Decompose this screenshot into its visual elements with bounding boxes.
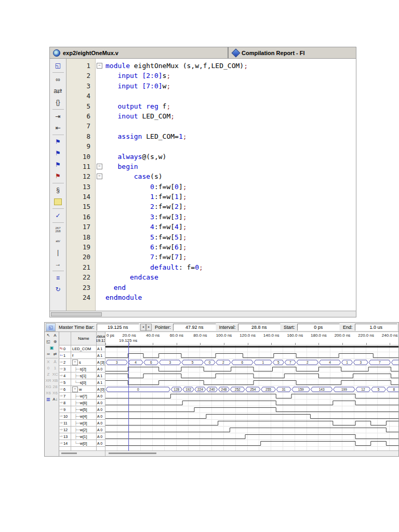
signal-wave-cell[interactable]	[105, 400, 398, 406]
signal-value-cell[interactable]: A 0	[97, 427, 105, 433]
signal-value-cell[interactable]: A 0	[97, 420, 105, 427]
code-line[interactable]: module eightOneMux (s,w,f,LED_COM);	[105, 61, 356, 71]
master-time-bar-value[interactable]: 19.125 ns	[97, 324, 139, 331]
signal-name-cell[interactable]: └─w[0]	[71, 440, 97, 447]
code-line[interactable]: 2:f=w[2];	[105, 202, 356, 211]
code-line[interactable]: default: f=0;	[105, 262, 356, 272]
invert-icon[interactable]: Ā	[52, 359, 58, 365]
replace-icon[interactable]: a⇄	[52, 85, 64, 97]
new-window-icon[interactable]: ◱	[52, 60, 64, 71]
signal-name-cell[interactable]: ├─s[2]	[71, 366, 97, 373]
code-line[interactable]	[105, 121, 356, 131]
fold-marker[interactable]: −	[97, 164, 102, 169]
code-line[interactable]	[105, 141, 356, 151]
signal-id-cell[interactable]: ⇨6	[59, 386, 71, 393]
sort-icon[interactable]: A↓	[52, 396, 58, 403]
signal-id-cell[interactable]: ⇨2	[59, 359, 71, 366]
snap-grid-icon[interactable]: 28	[52, 384, 58, 390]
signal-name-cell[interactable]: −w	[71, 386, 97, 393]
signal-wave-cell[interactable]	[105, 433, 398, 440]
signal-name-cell[interactable]: ├─w[6]	[71, 400, 97, 406]
group-icon[interactable]: ▥	[45, 396, 51, 403]
code-line[interactable]: input [7:0]w;	[105, 81, 356, 91]
zoom-tool-icon[interactable]: ⊕	[52, 339, 58, 345]
group-expand-box[interactable]: −	[72, 360, 78, 365]
force-unknown-icon[interactable]: X	[45, 359, 51, 365]
signal-wave-cell[interactable]: 0128192224240248252254255311591431991258	[105, 386, 398, 393]
cursor-bar-icon[interactable]: |	[52, 247, 64, 258]
signal-id-cell[interactable]: ⇨9	[59, 406, 71, 413]
code-line[interactable]: inout LED_COM;	[105, 111, 356, 121]
bookmark-next-icon[interactable]: ⚑	[52, 148, 64, 159]
force-highz-icon[interactable]: Z	[45, 371, 51, 378]
replace-icon[interactable]: ⇄	[52, 351, 58, 357]
name-panel-scrollbar[interactable]	[59, 451, 105, 456]
code-line[interactable]: 5:f=w[5];	[105, 232, 356, 242]
editor-horizontal-scrollbar[interactable]	[50, 311, 356, 317]
signal-id-cell[interactable]: ⇨12	[59, 427, 71, 433]
signal-wave-cell[interactable]	[105, 420, 398, 427]
analyze-icon[interactable]: ✓	[52, 210, 64, 221]
signal-wave-cell[interactable]	[105, 393, 398, 400]
wave-scroll-thumb[interactable]	[109, 453, 156, 454]
signal-wave-cell[interactable]	[105, 366, 398, 373]
expand-icon[interactable]: X6	[45, 390, 51, 396]
signal-name-cell[interactable]: LED_COM	[71, 345, 97, 352]
name-scroll-thumb[interactable]	[61, 453, 77, 454]
editor-title-segment[interactable]: exp2/eightOneMux.v	[50, 47, 229, 58]
signal-wave-cell[interactable]	[105, 345, 398, 352]
signal-wave-cell[interactable]: 34635026157241370	[105, 359, 398, 366]
signal-name-cell[interactable]: −s	[71, 359, 97, 366]
signal-wave-cell[interactable]	[105, 440, 398, 447]
signal-id-cell[interactable]: ⇨8	[59, 400, 71, 406]
signal-wave-cell[interactable]	[105, 413, 398, 420]
compress-icon[interactable]: X6	[52, 390, 58, 396]
signal-wave-cell[interactable]	[105, 427, 398, 433]
zoom-range-icon[interactable]: ◱	[45, 339, 51, 345]
code-line[interactable]: endcase	[105, 272, 356, 282]
code-line[interactable]: 1:f=w[1];	[105, 192, 356, 202]
wave-panel-scrollbar[interactable]	[105, 451, 398, 456]
value-column-header[interactable]: Value19.13	[97, 332, 105, 345]
signal-value-cell[interactable]: A 0	[97, 406, 105, 413]
editor-scrollbar-thumb[interactable]	[51, 312, 102, 316]
messages-icon[interactable]: ≡	[52, 272, 64, 284]
signal-name-cell[interactable]: ├─w[5]	[71, 406, 97, 413]
signal-name-cell[interactable]: ├─s[1]	[71, 373, 97, 379]
filler-wave-cell[interactable]	[105, 447, 398, 450]
code-line[interactable]: 6:f=w[6];	[105, 242, 356, 252]
signal-name-cell[interactable]: ├─w[4]	[71, 413, 97, 420]
signal-id-cell[interactable]: ⇨3	[59, 366, 71, 373]
signal-name-cell[interactable]: └─s[0]	[71, 379, 97, 386]
signal-value-cell[interactable]: A 1	[97, 345, 105, 352]
arbitrary-value-icon[interactable]: XB	[52, 378, 58, 384]
signal-name-cell[interactable]: ├─w[2]	[71, 427, 97, 433]
group-expand-box[interactable]: −	[72, 387, 78, 392]
find-icon[interactable]: ∞	[45, 351, 51, 357]
signal-id-cell[interactable]: ⇨14	[59, 440, 71, 447]
pointer-tool-icon[interactable]: ↖	[45, 332, 51, 339]
signal-wave-cell[interactable]	[105, 379, 398, 386]
random-value-icon[interactable]: XG	[45, 384, 51, 390]
code-line[interactable]: case(s)	[105, 171, 356, 181]
editor-titlebar[interactable]: exp2/eightOneMux.v Compilation Report - …	[50, 47, 356, 59]
signal-id-cell[interactable]: ⇨7	[59, 393, 71, 400]
signal-name-cell[interactable]: f	[71, 352, 97, 359]
code-line[interactable]: 7:f=w[7];	[105, 252, 356, 262]
indent-icon[interactable]: ⇥	[52, 111, 64, 122]
code-line[interactable]: input [2:0]s;	[105, 71, 356, 81]
line-numbers-icon[interactable]: 267 268	[52, 224, 64, 235]
time-cursor-line[interactable]	[128, 342, 129, 451]
waveform-report-icon[interactable]: ◱	[46, 323, 56, 331]
signal-id-cell[interactable]: ⇨11	[59, 420, 71, 427]
code-line[interactable]: always@(s,w)	[105, 152, 356, 162]
code-line[interactable]: 4:f=w[4];	[105, 222, 356, 232]
signal-name-cell[interactable]: ├─w[1]	[71, 433, 97, 440]
bookmark-previous-icon[interactable]: ⚑	[52, 159, 64, 170]
spinner-left-button[interactable]: ◂	[140, 324, 146, 331]
signal-id-cell[interactable]: ⇨5	[59, 379, 71, 386]
paperclip-icon[interactable]: §	[52, 184, 64, 196]
signal-name-cell[interactable]: ├─w[7]	[71, 393, 97, 400]
signal-value-cell[interactable]: A [0]	[97, 386, 105, 393]
bookmark-toggle-icon[interactable]: ⚑	[52, 136, 64, 148]
